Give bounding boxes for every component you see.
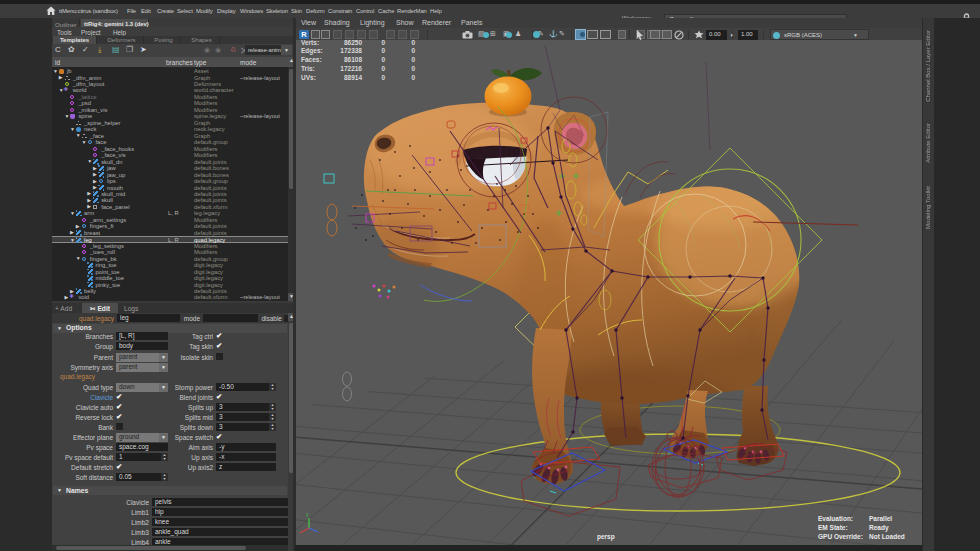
svg-text:Not Loaded: Not Loaded [869,533,905,540]
svg-text:GPU Override:: GPU Override: [818,533,863,540]
svg-text:0: 0 [411,40,415,46]
svg-text:Ready: Ready [869,524,889,532]
svg-text:0: 0 [381,65,385,72]
svg-text:0: 0 [381,47,385,54]
svg-text:86108: 86108 [344,56,362,63]
svg-text:0: 0 [381,56,385,63]
svg-text:Tris:: Tris: [301,65,315,72]
svg-text:172216: 172216 [340,65,362,72]
svg-text:persp: persp [597,533,615,541]
svg-text:172338: 172338 [340,47,362,54]
svg-text:Evaluation:: Evaluation: [818,515,853,522]
svg-text:88914: 88914 [344,74,362,81]
svg-text:0: 0 [411,47,415,54]
svg-text:0: 0 [381,74,385,81]
svg-text:0: 0 [381,40,385,46]
svg-text:UVs:: UVs: [301,74,316,81]
svg-text:Parallel: Parallel [869,515,892,522]
svg-text:0: 0 [411,56,415,63]
svg-text:EM State:: EM State: [818,524,848,531]
svg-text:Faces:: Faces: [301,56,322,63]
svg-text:Edges:: Edges: [301,47,323,55]
svg-text:86250: 86250 [344,40,362,46]
svg-text:0: 0 [411,65,415,72]
svg-text:Verts:: Verts: [301,40,319,46]
svg-text:0: 0 [411,74,415,81]
